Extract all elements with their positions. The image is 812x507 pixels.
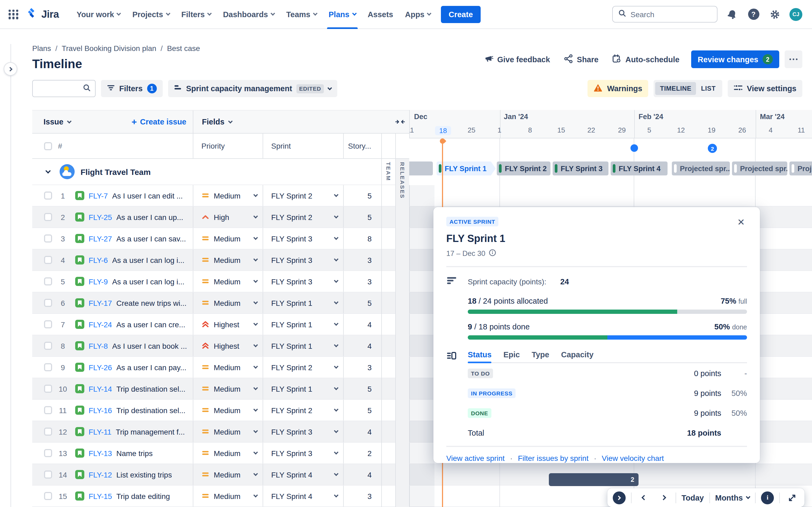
issue-row[interactable]: 1 FLY-7 As I user I can edit ... Medium … xyxy=(32,185,812,207)
story-points-value[interactable]: 3 xyxy=(343,249,381,270)
priority-select[interactable]: Medium xyxy=(193,185,263,206)
popup-link[interactable]: View velocity chart xyxy=(602,454,664,462)
row-checkbox[interactable] xyxy=(44,449,52,457)
warnings-button[interactable]: Warnings xyxy=(588,80,648,97)
story-points-value[interactable]: 5 xyxy=(343,378,381,399)
nav-item-plans[interactable]: Plans xyxy=(323,0,362,29)
timeline-row-lane[interactable] xyxy=(409,185,812,206)
issue-key-link[interactable]: FLY-12 xyxy=(89,470,112,479)
story-points-value[interactable]: 5 xyxy=(343,207,381,227)
sprint-select[interactable]: FLY Sprint 1 xyxy=(263,335,343,356)
plan-search-input[interactable] xyxy=(40,84,83,93)
help-icon[interactable]: ? xyxy=(747,7,760,21)
priority-select[interactable]: High xyxy=(193,207,263,227)
time-range-dropdown[interactable]: Months xyxy=(715,493,750,502)
close-icon[interactable]: ✕ xyxy=(735,217,747,228)
row-checkbox[interactable] xyxy=(44,363,52,371)
info-button[interactable]: i xyxy=(761,491,774,504)
row-checkbox[interactable] xyxy=(44,320,52,328)
story-points-value[interactable]: 5 xyxy=(343,185,381,206)
fullscreen-icon[interactable] xyxy=(785,491,799,505)
today-button[interactable]: Today xyxy=(681,493,704,502)
sprint-select[interactable]: FLY Sprint 3 xyxy=(263,421,343,442)
row-checkbox[interactable] xyxy=(44,492,52,500)
sprint-chip[interactable]: FLY Sprint 2 xyxy=(497,162,551,175)
story-points-value[interactable]: 2 xyxy=(343,443,381,463)
settings-gear-icon[interactable] xyxy=(768,7,782,21)
sprint-chip-active[interactable]: FLY Sprint 1 xyxy=(437,162,496,175)
row-checkbox[interactable] xyxy=(44,428,52,436)
sprint-select[interactable]: FLY Sprint 2 xyxy=(263,357,343,378)
scroll-left-button[interactable] xyxy=(637,491,651,505)
story-points-value[interactable]: 3 xyxy=(343,271,381,292)
sprint-chip[interactable]: FLY Sprint 4 xyxy=(611,162,667,175)
nav-item-projects[interactable]: Projects xyxy=(126,0,175,29)
row-checkbox[interactable] xyxy=(44,277,52,285)
priority-select[interactable]: Medium xyxy=(193,443,263,463)
sprint-chip[interactable]: Projected spr... xyxy=(672,162,730,175)
user-avatar[interactable]: CJ xyxy=(790,8,802,21)
sprint-select[interactable]: FLY Sprint 3 xyxy=(263,228,343,249)
nav-item-assets[interactable]: Assets xyxy=(362,0,399,29)
issue-key-link[interactable]: FLY-26 xyxy=(89,363,112,372)
story-points-value[interactable]: 5 xyxy=(343,400,381,420)
row-checkbox[interactable] xyxy=(44,299,52,307)
view-preset-dropdown[interactable]: Sprint capacity management EDITED xyxy=(168,80,337,97)
issue-row[interactable]: 14 FLY-12 List existing trips Medium FLY… xyxy=(32,464,812,486)
row-checkbox[interactable] xyxy=(44,470,52,478)
release-milestone[interactable] xyxy=(630,144,638,152)
fields-menu[interactable]: Fields xyxy=(202,117,224,126)
notifications-bell-icon[interactable] xyxy=(725,7,739,21)
capacity-value[interactable]: 24 xyxy=(560,277,569,286)
priority-select[interactable]: Highest xyxy=(193,314,263,335)
issue-key-link[interactable]: FLY-16 xyxy=(89,406,112,414)
story-points-value[interactable]: 4 xyxy=(343,314,381,335)
breadcrumb-item[interactable]: Best case xyxy=(167,44,200,53)
sprint-chip[interactable]: Projected spr... xyxy=(732,162,787,175)
filters-button[interactable]: Filters 1 xyxy=(101,80,162,97)
give-feedback-button[interactable]: Give feedback xyxy=(478,50,556,68)
sprint-select[interactable]: FLY Sprint 2 xyxy=(263,185,343,206)
nav-item-apps[interactable]: Apps xyxy=(399,0,437,29)
priority-select[interactable]: Medium xyxy=(193,421,263,442)
priority-select[interactable]: Medium xyxy=(193,271,263,292)
team-group-row[interactable]: Flight Travel Team xyxy=(32,159,409,185)
issue-key-link[interactable]: FLY-25 xyxy=(89,213,112,221)
nav-item-teams[interactable]: Teams xyxy=(280,0,323,29)
view-toggle-list[interactable]: LIST xyxy=(696,82,720,95)
share-button[interactable]: Share xyxy=(559,51,604,68)
priority-select[interactable]: Medium xyxy=(193,378,263,399)
sprint-select[interactable]: FLY Sprint 2 xyxy=(263,207,343,227)
story-points-value[interactable]: 4 xyxy=(343,421,381,442)
issue-key-link[interactable]: FLY-11 xyxy=(89,427,111,436)
scroll-right-button[interactable] xyxy=(656,491,670,505)
sprint-select[interactable]: FLY Sprint 3 xyxy=(263,271,343,292)
issue-key-link[interactable]: FLY-8 xyxy=(89,341,108,350)
row-checkbox[interactable] xyxy=(44,385,52,393)
row-checkbox[interactable] xyxy=(44,342,52,350)
story-points-value[interactable]: 8 xyxy=(343,228,381,249)
row-checkbox[interactable] xyxy=(44,256,52,264)
priority-select[interactable]: Medium xyxy=(193,292,263,313)
sprint-chip[interactable]: Proj... xyxy=(790,162,812,175)
sprint-chip[interactable]: int xyxy=(409,162,433,175)
row-checkbox[interactable] xyxy=(44,234,52,242)
issue-key-link[interactable]: FLY-24 xyxy=(89,320,112,329)
priority-select[interactable]: Medium xyxy=(193,249,263,270)
chevron-down-icon[interactable] xyxy=(45,168,51,173)
row-checkbox[interactable] xyxy=(44,406,52,414)
popup-link[interactable]: View active sprint xyxy=(446,454,505,462)
sprint-select[interactable]: FLY Sprint 1 xyxy=(263,378,343,399)
priority-select[interactable]: Medium xyxy=(193,228,263,249)
issue-key-link[interactable]: FLY-7 xyxy=(89,191,108,200)
release-milestone[interactable]: 2 xyxy=(708,144,717,153)
collapse-fields-icon[interactable] xyxy=(395,118,405,125)
review-changes-button[interactable]: Review changes 2 xyxy=(691,50,779,68)
breadcrumb-item[interactable]: Travel Booking Division plan xyxy=(62,44,156,53)
nav-item-dashboards[interactable]: Dashboards xyxy=(217,0,280,29)
more-actions-button[interactable] xyxy=(784,50,802,68)
global-search[interactable] xyxy=(612,6,717,22)
priority-select[interactable]: Medium xyxy=(193,464,263,485)
view-toggle-timeline[interactable]: TIMELINE xyxy=(655,82,696,95)
row-checkbox[interactable] xyxy=(44,213,52,221)
